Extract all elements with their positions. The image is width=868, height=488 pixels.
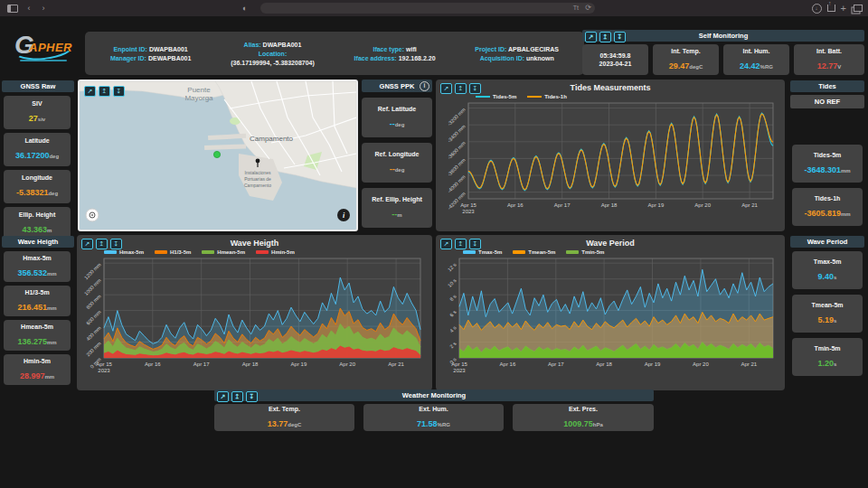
map[interactable]: Puente Mayorga Campamento Instalaciones … [80,81,356,230]
download-icon[interactable]: ↧ [614,32,626,42]
tides-chart[interactable]: -3200 mm-3400 mm-3600 mm-3800 mm-4000 mm… [436,99,779,222]
upload-icon[interactable]: ↥ [231,391,243,402]
iface-addr-value: 192.168.2.20 [399,55,436,61]
download-icon[interactable]: ↧ [246,391,258,402]
longitude-card: Longitude -5.38321deg [4,170,71,203]
info-col-project: Project ID: APBALGECIRAS Acquisition ID:… [475,46,559,61]
svg-text:Apr 16: Apr 16 [145,361,161,367]
manager-label: Manager ID: [110,55,146,61]
map-panel[interactable]: Puente Mayorga Campamento Instalaciones … [78,80,358,231]
wave-height-chart-panel: ↗ ↥ ↧ Wave Heigth Hmax-5m H1/3-5m Hmean-… [77,235,432,390]
alias-label: Alias: [244,42,261,48]
legend-item[interactable]: Tides-5m [476,94,516,99]
forward-button[interactable]: › [36,0,51,16]
translate-icon[interactable]: Tt [573,3,579,14]
legend-item[interactable]: Hmin-5m [256,249,295,255]
acquisition-label: Acquisition ID: [480,55,524,61]
map-attribution-button[interactable]: i [337,209,350,221]
logo-wordmark: APHER [29,41,72,54]
expand-icon[interactable]: ↗ [84,86,96,97]
legend-item[interactable]: H1/3-5m [155,249,191,255]
info-col-iface: Iface type: wifi Iface address: 192.168.… [354,46,436,61]
back-button[interactable]: ‹ [22,0,36,16]
new-tab-icon[interactable]: + [841,0,846,16]
map-label-port-1: Instalaciones [244,170,271,175]
acquisition-value: unknown [526,55,554,61]
address-bar[interactable]: Tt ⟳ [260,3,595,14]
map-label-town-2: Mayorga [184,94,213,102]
wave-height-stats-header: Wave Heigth [2,236,74,248]
svg-text:Apr 21: Apr 21 [741,361,757,367]
legend-swatch [513,250,525,254]
legend-item[interactable]: Tmax-5m [463,249,502,255]
endpoint-label: Enpoint ID: [114,46,147,52]
upload-icon[interactable]: ↥ [599,32,611,42]
info-icon[interactable]: i [420,81,429,91]
expand-icon[interactable]: ↗ [440,239,452,249]
int-batt-card: Int. Batt. 12.77V [794,44,864,75]
expand-icon[interactable]: ↗ [440,83,452,94]
map-label-port-2: Portuarias de [244,176,271,182]
legend-item[interactable]: Tmin-5m [566,249,604,255]
dashboard: G APHER Enpoint ID: DWAPBA001 Manager ID… [0,16,868,488]
sidebar-toggle-icon[interactable] [7,5,18,13]
svg-text:-3200 mm: -3200 mm [447,107,467,127]
svg-text:2023: 2023 [453,368,466,373]
expand-icon[interactable]: ↗ [585,32,597,42]
svg-text:2023: 2023 [462,209,475,214]
download-icon[interactable]: ↧ [110,239,122,249]
wave-period-chart-panel: ↗ ↥ ↧ Wave Period Tmax-5m Tmean-5m Tmin-… [436,235,785,390]
time-value: 05:34:59.8 [600,52,631,59]
legend-item[interactable]: Tides-1h [527,94,567,99]
svg-text:Apr 16: Apr 16 [507,202,524,208]
svg-text:Apr 17: Apr 17 [554,202,571,208]
svg-text:800 mm: 800 mm [85,293,102,310]
legend-item[interactable]: Tmean-5m [513,249,555,255]
location-coords: (36.17199994, -5.383208704) [231,60,315,66]
download-icon[interactable]: ↧ [469,239,481,249]
upload-icon[interactable]: ↥ [99,86,110,97]
tab-overview-icon[interactable] [854,5,863,12]
gnss-raw-header: GNSS Raw [2,80,74,92]
manager-value: DEWAPBA001 [148,55,191,61]
int-temp-card: Int. Temp. 29.47degC [653,44,719,75]
wave-height-chart[interactable]: 0 mm200 mm400 mm600 mm800 mm1000 mm1200 … [77,255,427,381]
tides-chart-title: Tides Measurements [436,80,785,92]
svg-text:10 s: 10 s [447,277,458,288]
svg-text:Apr 17: Apr 17 [193,361,210,367]
reload-icon[interactable]: ⟳ [585,3,591,14]
alias-value: DWAPBA001 [263,42,302,48]
expand-icon[interactable]: ↗ [217,391,229,402]
svg-text:Apr 16: Apr 16 [500,361,516,367]
legend-swatch [202,250,214,254]
expand-icon[interactable]: ↗ [81,239,93,249]
privacy-shield-icon[interactable]: ◐ [242,4,247,13]
tmean-card: Tmean-5m 5.19s [792,295,863,333]
wave-period-chart-title: Wave Period [436,235,785,248]
upload-icon[interactable]: ↥ [455,239,467,249]
wave-period-chart[interactable]: 0 s2 s4 s6 s8 s10 s12 sApr 152023Apr 16A… [436,255,779,381]
downloads-icon[interactable]: ↓ [812,4,822,14]
self-monitoring-title: Self Monitoring [699,32,749,40]
gnss-ppk-header: GNSS PPK i [362,80,432,92]
upload-icon[interactable]: ↥ [96,239,108,249]
svg-text:Apr 18: Apr 18 [596,361,612,367]
upload-icon[interactable]: ↥ [455,83,467,94]
logo-tagline [20,60,67,61]
legend-swatch [155,250,167,254]
locate-button[interactable] [86,209,99,221]
legend-item[interactable]: Hmean-5m [202,249,245,255]
download-icon[interactable]: ↧ [113,86,125,97]
svg-text:200 mm: 200 mm [85,341,102,358]
download-icon[interactable]: ↧ [469,83,481,94]
share-icon[interactable] [827,5,835,12]
no-ref-badge: NO REF [790,95,864,108]
ext-temp-card: Ext. Temp. 13.77degC [214,404,354,431]
ref-longitude-card: Ref. Longitude --deg [362,143,432,183]
ext-pres-card: Ext. Pres. 1009.75hPa [513,404,654,431]
legend-item[interactable]: Hmax-5m [104,249,144,255]
tides-stats-header: Tides [790,80,864,92]
svg-text:Apr 19: Apr 19 [648,202,665,208]
svg-text:Apr 19: Apr 19 [291,361,307,367]
station-marker[interactable] [213,151,220,157]
